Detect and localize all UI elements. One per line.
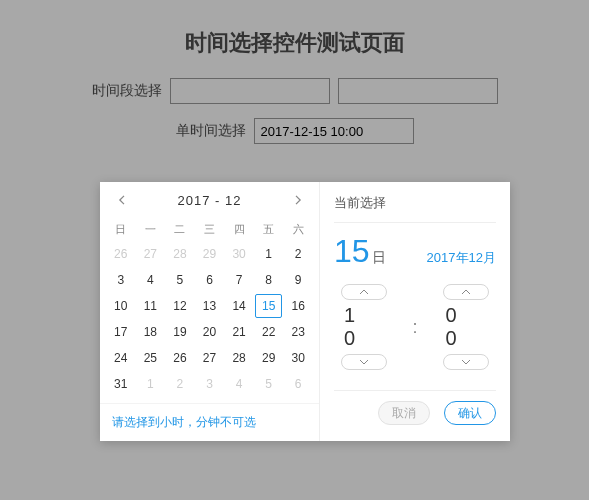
prev-month-button[interactable]: [112, 191, 130, 209]
weekday-cell: 四: [224, 222, 254, 237]
day-suffix: 日: [372, 249, 386, 265]
day-cell[interactable]: 2: [166, 372, 194, 396]
day-cell[interactable]: 30: [225, 242, 253, 266]
calendar-panel: 2017 - 12 日一二三四五六 2627282930123456789101…: [100, 182, 320, 441]
page-title: 时间选择控件测试页面: [40, 28, 549, 58]
weekday-cell: 三: [195, 222, 225, 237]
day-cell[interactable]: 2: [284, 242, 312, 266]
hour-down-button[interactable]: [341, 354, 387, 370]
range-end-input[interactable]: [338, 78, 498, 104]
day-cell[interactable]: 25: [137, 346, 165, 370]
time-range-row: 时间段选择: [40, 78, 549, 104]
day-cell[interactable]: 8: [255, 268, 283, 292]
day-cell[interactable]: 1: [137, 372, 165, 396]
day-cell[interactable]: 19: [166, 320, 194, 344]
minute-stepper: 0 0: [436, 284, 496, 370]
day-cell[interactable]: 13: [196, 294, 224, 318]
confirm-button[interactable]: 确认: [444, 401, 496, 425]
day-cell[interactable]: 1: [255, 242, 283, 266]
weekday-cell: 一: [136, 222, 166, 237]
calendar-grid: 2627282930123456789101112131415161718192…: [100, 241, 319, 403]
next-month-button[interactable]: [289, 191, 307, 209]
day-cell[interactable]: 16: [284, 294, 312, 318]
day-cell[interactable]: 18: [137, 320, 165, 344]
day-cell[interactable]: 27: [137, 242, 165, 266]
picker-hint: 请选择到小时，分钟不可选: [100, 403, 319, 441]
day-cell[interactable]: 10: [107, 294, 135, 318]
calendar-month-title: 2017 - 12: [178, 193, 242, 208]
day-cell[interactable]: 4: [137, 268, 165, 292]
day-cell[interactable]: 15: [255, 294, 283, 318]
day-cell[interactable]: 30: [284, 346, 312, 370]
single-time-row: 单时间选择: [40, 118, 549, 144]
time-panel: 当前选择 15日 2017年12月 1 0 : 0 0 取消 确认: [320, 182, 510, 441]
day-cell[interactable]: 20: [196, 320, 224, 344]
day-cell[interactable]: 28: [225, 346, 253, 370]
day-cell[interactable]: 3: [196, 372, 224, 396]
day-cell[interactable]: 22: [255, 320, 283, 344]
single-time-input[interactable]: [254, 118, 414, 144]
minute-value: 0 0: [436, 304, 496, 350]
day-cell[interactable]: 12: [166, 294, 194, 318]
range-label: 时间段选择: [92, 82, 162, 100]
day-cell[interactable]: 5: [255, 372, 283, 396]
day-cell[interactable]: 24: [107, 346, 135, 370]
weekday-header: 日一二三四五六: [100, 218, 319, 241]
minute-up-button[interactable]: [443, 284, 489, 300]
day-cell[interactable]: 6: [196, 268, 224, 292]
hour-up-button[interactable]: [341, 284, 387, 300]
single-label: 单时间选择: [176, 122, 246, 140]
selected-day: 15: [334, 233, 370, 269]
weekday-cell: 日: [106, 222, 136, 237]
day-cell[interactable]: 21: [225, 320, 253, 344]
range-start-input[interactable]: [170, 78, 330, 104]
weekday-cell: 六: [283, 222, 313, 237]
day-cell[interactable]: 11: [137, 294, 165, 318]
hour-stepper: 1 0: [334, 284, 394, 370]
day-cell[interactable]: 6: [284, 372, 312, 396]
day-cell[interactable]: 26: [107, 242, 135, 266]
time-colon: :: [412, 317, 417, 338]
weekday-cell: 二: [165, 222, 195, 237]
day-cell[interactable]: 31: [107, 372, 135, 396]
day-cell[interactable]: 4: [225, 372, 253, 396]
day-cell[interactable]: 7: [225, 268, 253, 292]
day-cell[interactable]: 9: [284, 268, 312, 292]
day-cell[interactable]: 28: [166, 242, 194, 266]
hour-value: 1 0: [334, 304, 394, 350]
day-cell[interactable]: 27: [196, 346, 224, 370]
current-selection-label: 当前选择: [334, 190, 496, 223]
day-cell[interactable]: 14: [225, 294, 253, 318]
day-cell[interactable]: 17: [107, 320, 135, 344]
minute-down-button[interactable]: [443, 354, 489, 370]
weekday-cell: 五: [254, 222, 284, 237]
day-cell[interactable]: 26: [166, 346, 194, 370]
day-cell[interactable]: 29: [255, 346, 283, 370]
datetime-picker-popover: 2017 - 12 日一二三四五六 2627282930123456789101…: [100, 182, 510, 441]
day-cell[interactable]: 29: [196, 242, 224, 266]
cancel-button[interactable]: 取消: [378, 401, 430, 425]
day-cell[interactable]: 3: [107, 268, 135, 292]
day-cell[interactable]: 5: [166, 268, 194, 292]
selected-year-month: 2017年12月: [427, 249, 496, 267]
day-cell[interactable]: 23: [284, 320, 312, 344]
